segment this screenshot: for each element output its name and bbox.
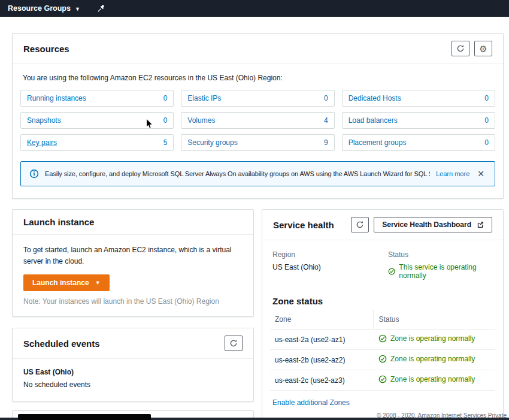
launch-instance-note: Note: Your instances will launch in the …: [23, 297, 243, 306]
scheduled-events-header: Scheduled events: [13, 328, 253, 359]
launch-instance-card: Launch instance To get started, launch a…: [12, 209, 254, 317]
zone-status: Zone is operating normally: [378, 355, 475, 363]
service-status: This service is operating normally: [388, 263, 493, 280]
chevron-down-icon: ▼: [95, 280, 101, 286]
dashboard-content: Resources ⚙ You are using the following …: [0, 17, 509, 420]
top-navigation-bar: Resource Groups ▼: [0, 0, 509, 17]
zone-row: us-east-2c (use2-az3) Zone is operating …: [270, 370, 495, 391]
enable-additional-zones-link[interactable]: Enable additional Zones: [272, 398, 350, 407]
refresh-icon: [229, 339, 238, 348]
refresh-icon: [456, 44, 465, 53]
scheduled-events-card: Scheduled events US East (Ohio) No sched…: [12, 328, 254, 402]
service-health-summary: Region US East (Ohio) Status This servic…: [272, 250, 493, 280]
copyright-text: © 2008 - 2020, Amazon Internet Services …: [377, 412, 507, 419]
scheduled-events-refresh-button[interactable]: [225, 336, 243, 351]
info-icon: [29, 169, 39, 179]
resources-title: Resources: [23, 44, 69, 54]
zone-row: us-east-2b (use2-az2) Zone is operating …: [270, 350, 495, 370]
learn-more-link[interactable]: Learn more: [436, 170, 469, 177]
resource-link-dedicated-hosts[interactable]: Dedicated Hosts 0: [342, 90, 495, 107]
status-label: Status: [388, 250, 493, 259]
close-icon[interactable]: ✕: [475, 170, 486, 178]
resources-settings-button[interactable]: ⚙: [474, 41, 492, 56]
service-health-refresh-button[interactable]: [351, 217, 369, 232]
sql-server-info-banner: Easily size, configure, and deploy Micro…: [20, 161, 495, 186]
service-status-text: This service is operating normally: [399, 263, 493, 280]
resources-intro: You are using the following Amazon EC2 r…: [23, 74, 493, 82]
zone-status-title: Zone status: [272, 296, 493, 306]
zone-name: us-east-2a (use2-az1): [270, 330, 374, 350]
resource-link-key-pairs[interactable]: Key pairs 5: [20, 134, 174, 151]
resource-link-snapshots[interactable]: Snapshots 0: [20, 112, 174, 129]
zone-name: us-east-2c (use2-az3): [270, 370, 374, 391]
gear-icon: ⚙: [479, 44, 487, 53]
zone-status-text: Zone is operating normally: [390, 334, 475, 343]
service-health-title: Service health: [273, 220, 334, 230]
check-circle-icon: [378, 334, 387, 343]
zone-name: us-east-2b (use2-az2): [270, 350, 374, 370]
pin-icon[interactable]: [97, 4, 105, 13]
zone-status-text: Zone is operating normally: [390, 375, 475, 383]
resource-counts-grid: Running instances 0 Elastic IPs 0 Dedica…: [20, 90, 495, 151]
launch-instance-title: Launch instance: [23, 217, 94, 227]
zone-status: Zone is operating normally: [378, 375, 475, 383]
zone-status: Zone is operating normally: [378, 334, 475, 343]
resource-link-running-instances[interactable]: Running instances 0: [20, 90, 174, 107]
external-link-icon: [477, 221, 484, 228]
launch-instance-description: To get started, launch an Amazon EC2 ins…: [23, 244, 243, 267]
zone-row: us-east-2a (use2-az1) Zone is operating …: [270, 330, 495, 350]
service-health-header: Service health Service Health Dashboard: [262, 210, 503, 240]
region-value: US East (Ohio): [272, 263, 377, 271]
check-circle-icon: [378, 355, 387, 363]
resource-link-volumes[interactable]: Volumes 4: [181, 112, 334, 129]
refresh-icon: [356, 220, 364, 229]
scheduled-events-empty: No scheduled events: [23, 380, 243, 389]
resources-card: Resources ⚙ You are using the following …: [12, 33, 504, 199]
check-circle-icon: [378, 375, 387, 383]
resources-refresh-button[interactable]: [452, 41, 469, 56]
resource-link-security-groups[interactable]: Security groups 9: [181, 134, 334, 151]
link-status-tooltip: [18, 414, 151, 420]
banner-text: Easily size, configure, and deploy Micro…: [45, 170, 430, 177]
resource-link-elastic-ips[interactable]: Elastic IPs 0: [181, 90, 334, 107]
service-health-card: Service health Service Health Dashboard: [262, 209, 504, 418]
check-circle-icon: [388, 267, 395, 276]
resources-header: Resources ⚙: [13, 34, 503, 64]
chevron-down-icon: ▼: [75, 6, 80, 12]
zone-column-header: Zone: [270, 310, 374, 330]
launch-instance-button[interactable]: Launch instance ▼: [23, 274, 110, 291]
status-column-header: Status: [374, 310, 495, 330]
resource-link-load-balancers[interactable]: Load balancers 0: [342, 112, 495, 129]
region-label: Region: [272, 250, 377, 259]
scheduled-events-region: US East (Ohio): [23, 368, 243, 376]
zone-status-table: Zone Status us-east-2a (use2-az1): [270, 310, 495, 391]
launch-instance-header: Launch instance: [13, 210, 253, 235]
zone-status-text: Zone is operating normally: [390, 355, 475, 363]
resource-link-placement-groups[interactable]: Placement groups 0: [342, 134, 495, 151]
resource-groups-label: Resource Groups: [8, 4, 71, 13]
service-health-dashboard-button[interactable]: Service Health Dashboard: [374, 217, 492, 232]
scheduled-events-title: Scheduled events: [23, 339, 100, 349]
resource-groups-menu[interactable]: Resource Groups ▼: [8, 4, 80, 13]
